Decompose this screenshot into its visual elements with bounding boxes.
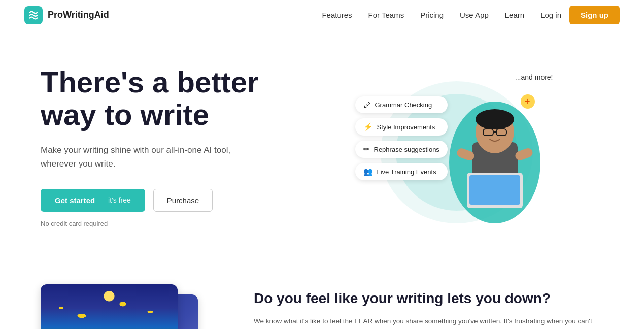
style-icon: ⚡: [363, 122, 373, 131]
section-text: We know what it's like to feel the FEAR …: [254, 316, 603, 329]
pill-style: ⚡ Style Improvements: [355, 118, 448, 136]
training-icon: 👥: [363, 167, 373, 176]
nav-item-for-teams[interactable]: For Teams: [368, 11, 404, 19]
hero-section: There's a better way to write Make your …: [0, 30, 644, 274]
bottom-left: My idea in my head: [41, 284, 223, 329]
person-illustration: +: [442, 71, 548, 234]
hero-illustration: + 🖊 Grammar Checking ⚡ Style Improvement…: [365, 66, 558, 249]
get-started-button[interactable]: Get started — it's free: [41, 189, 145, 212]
bottom-right: Do you feel like your writing lets you d…: [254, 284, 603, 329]
login-button[interactable]: Log in: [540, 11, 561, 19]
hero-right: + 🖊 Grammar Checking ⚡ Style Improvement…: [320, 61, 603, 254]
signup-button[interactable]: Sign up: [569, 6, 620, 24]
nav-item-use-app[interactable]: Use App: [460, 11, 489, 19]
no-credit-card-text: No credit card required: [41, 220, 320, 227]
svg-rect-10: [469, 175, 520, 205]
feature-pills: 🖊 Grammar Checking ⚡ Style Improvements …: [355, 96, 448, 180]
navbar: ProWritingAid Features For Teams Pricing…: [0, 0, 644, 30]
nav-links: Features For Teams Pricing Use App Learn: [322, 11, 524, 19]
svg-point-5: [476, 109, 514, 129]
purchase-button[interactable]: Purchase: [153, 189, 213, 212]
logo-icon: [24, 6, 43, 24]
and-more-text: ...and more!: [515, 73, 553, 81]
painting-cards: My idea in my head: [41, 284, 213, 329]
rephrase-icon: ✏: [363, 145, 370, 154]
hero-buttons: Get started — it's free Purchase: [41, 189, 320, 212]
nav-item-learn[interactable]: Learn: [505, 11, 524, 19]
pill-training: 👥 Live Training Events: [355, 163, 448, 180]
painting-starry: [41, 284, 178, 329]
grammar-icon: 🖊: [363, 101, 371, 109]
hero-left: There's a better way to write Make your …: [41, 61, 320, 227]
nav-item-features[interactable]: Features: [322, 11, 352, 19]
logo-text: ProWritingAid: [48, 10, 109, 20]
nav-item-pricing[interactable]: Pricing: [420, 11, 444, 19]
pill-grammar: 🖊 Grammar Checking: [355, 96, 448, 113]
svg-text:+: +: [525, 96, 530, 107]
logo-link[interactable]: ProWritingAid: [24, 6, 109, 24]
card-front: My idea in my head: [41, 284, 178, 329]
bottom-section: My idea in my head Do you feel like your…: [0, 274, 644, 329]
hero-title: There's a better way to write: [41, 66, 320, 131]
section-title: Do you feel like your writing lets you d…: [254, 289, 603, 308]
hero-subtitle: Make your writing shine with our all-in-…: [41, 143, 233, 171]
pill-rephrase: ✏ Rephrase suggestions: [355, 141, 448, 158]
